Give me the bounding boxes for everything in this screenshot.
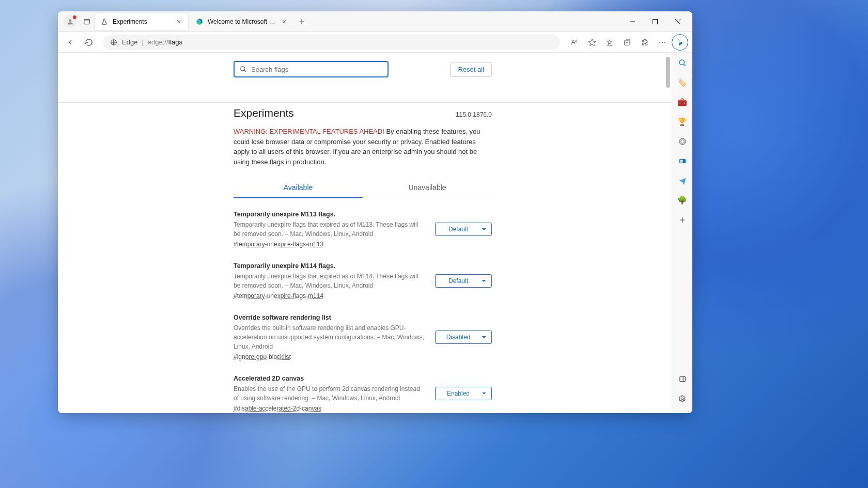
flag-title: Temporarily unexpire M114 flags.: [234, 262, 425, 270]
browser-window: Experiments × Welcome to Microsoft Edge …: [58, 11, 692, 413]
window-controls: [621, 13, 689, 30]
flag-row: Accelerated 2D canvasEnables the use of …: [234, 375, 492, 412]
bing-chat-button[interactable]: [672, 34, 688, 51]
flag-state-select[interactable]: DefaultEnabledDisabled: [435, 330, 492, 344]
svg-point-19: [664, 42, 665, 43]
tab-unavailable[interactable]: Unavailable: [363, 177, 492, 198]
flag-tabs: Available Unavailable: [234, 177, 492, 198]
profile-badge[interactable]: [64, 15, 76, 28]
svg-rect-31: [679, 376, 685, 381]
warning-text: WARNING: EXPERIMENTAL FEATURES AHEAD! By…: [234, 127, 492, 167]
tab-available[interactable]: Available: [234, 177, 363, 198]
flag-row: Temporarily unexpire M114 flags.Temporar…: [234, 262, 492, 300]
favorite-button[interactable]: [584, 34, 600, 51]
edge-sidebar: 🏷️ 🧰 🏆 O 🌳: [672, 53, 692, 413]
site-label: Edge: [122, 38, 137, 46]
content-area: Reset all Experiments 115.0.1876.0 WARNI…: [58, 53, 692, 413]
tab-welcome[interactable]: Welcome to Microsoft Edge Ca… ×: [190, 13, 293, 30]
svg-text:O: O: [680, 160, 683, 162]
extensions-button[interactable]: [637, 34, 653, 51]
flag-row: Override software rendering listOverride…: [234, 314, 492, 360]
sidebar-search-icon[interactable]: [676, 57, 689, 69]
refresh-button[interactable]: [81, 34, 97, 51]
search-flags-input[interactable]: [251, 66, 382, 73]
flask-icon: [100, 18, 109, 26]
tab-actions-icon[interactable]: [80, 14, 94, 29]
read-aloud-button[interactable]: Aᵃ: [566, 34, 583, 51]
svg-point-25: [679, 138, 686, 145]
sidebar-office-icon[interactable]: [676, 135, 689, 148]
svg-rect-7: [653, 19, 658, 24]
version-label: 115.0.1876.0: [456, 111, 492, 118]
menu-button[interactable]: [654, 34, 671, 51]
flag-state-select[interactable]: DefaultEnabledDisabled: [435, 274, 492, 288]
tab-experiments[interactable]: Experiments ×: [95, 13, 188, 30]
flag-anchor-link[interactable]: #temporary-unexpire-flags-m114: [234, 292, 425, 300]
sidebar-add-icon[interactable]: [676, 214, 689, 226]
favorites-bar-button[interactable]: [601, 34, 618, 51]
svg-marker-11: [588, 39, 595, 45]
flag-description: Temporarily unexpire flags that expired …: [234, 272, 425, 290]
flag-state-select[interactable]: DefaultEnabledDisabled: [435, 387, 492, 400]
svg-point-24: [680, 140, 684, 144]
close-window-button[interactable]: [667, 13, 689, 30]
edge-icon: [195, 18, 204, 26]
svg-point-33: [681, 398, 684, 400]
close-icon[interactable]: ×: [175, 18, 183, 26]
svg-rect-1: [84, 19, 90, 24]
address-divider: |: [142, 38, 143, 46]
sidebar-shopping-icon[interactable]: 🏷️: [676, 76, 689, 89]
close-icon[interactable]: ×: [280, 18, 288, 26]
address-bar[interactable]: Edge | edge://flags: [103, 35, 560, 50]
new-tab-button[interactable]: [295, 14, 309, 29]
search-flags-input-wrap: [234, 61, 389, 77]
flag-state-select[interactable]: DefaultEnabledDisabled: [435, 223, 492, 236]
flag-title: Temporarily unexpire M113 flags.: [234, 211, 425, 218]
toolbar: Edge | edge://flags Aᵃ: [58, 32, 692, 53]
flag-title: Override software rendering list: [234, 314, 425, 321]
svg-point-17: [659, 42, 660, 43]
flag-title: Accelerated 2D canvas: [234, 375, 425, 382]
sidebar-tree-icon[interactable]: 🌳: [676, 194, 689, 207]
warning-label: WARNING: EXPERIMENTAL FEATURES AHEAD!: [234, 128, 384, 135]
svg-marker-12: [607, 39, 612, 44]
url-path: flags: [168, 38, 182, 46]
reset-all-button[interactable]: Reset all: [450, 62, 492, 77]
sidebar-outlook-icon[interactable]: O: [676, 155, 689, 167]
sidebar-split-icon[interactable]: [676, 373, 689, 385]
flag-description: Overrides the built-in software renderin…: [234, 323, 425, 351]
svg-point-0: [69, 19, 72, 22]
svg-point-18: [662, 42, 663, 43]
flag-row: Temporarily unexpire M113 flags.Temporar…: [234, 211, 492, 248]
minimize-button[interactable]: [621, 13, 644, 30]
sidebar-send-icon[interactable]: [676, 175, 689, 187]
page-title: Experiments: [234, 107, 294, 119]
svg-point-22: [679, 60, 684, 65]
sidebar-settings-icon[interactable]: [676, 392, 689, 405]
site-info-icon[interactable]: [110, 38, 118, 46]
sidebar-tools-icon[interactable]: 🧰: [676, 96, 689, 108]
search-icon: [240, 66, 247, 73]
flag-description: Temporarily unexpire flags that expired …: [234, 220, 425, 239]
tab-label: Welcome to Microsoft Edge Ca…: [208, 18, 276, 25]
collections-button[interactable]: [619, 34, 636, 51]
svg-line-23: [684, 64, 686, 66]
maximize-button[interactable]: [644, 13, 667, 30]
tab-strip: Experiments × Welcome to Microsoft Edge …: [58, 11, 692, 32]
flags-list: Temporarily unexpire M113 flags.Temporar…: [234, 211, 492, 413]
page-content: Reset all Experiments 115.0.1876.0 WARNI…: [58, 53, 672, 413]
flag-anchor-link[interactable]: #disable-accelerated-2d-canvas: [234, 405, 425, 412]
back-button[interactable]: [62, 34, 79, 51]
flag-description: Enables the use of the GPU to perform 2d…: [234, 384, 425, 403]
url-scheme: edge://: [148, 38, 168, 46]
scrollbar[interactable]: [664, 53, 672, 413]
svg-line-21: [244, 70, 246, 72]
flag-anchor-link[interactable]: #ignore-gpu-blocklist: [234, 353, 425, 360]
flag-anchor-link[interactable]: #temporary-unexpire-flags-m113: [234, 241, 425, 248]
svg-point-20: [241, 67, 245, 71]
tab-label: Experiments: [113, 18, 171, 25]
sidebar-games-icon[interactable]: 🏆: [676, 116, 689, 128]
